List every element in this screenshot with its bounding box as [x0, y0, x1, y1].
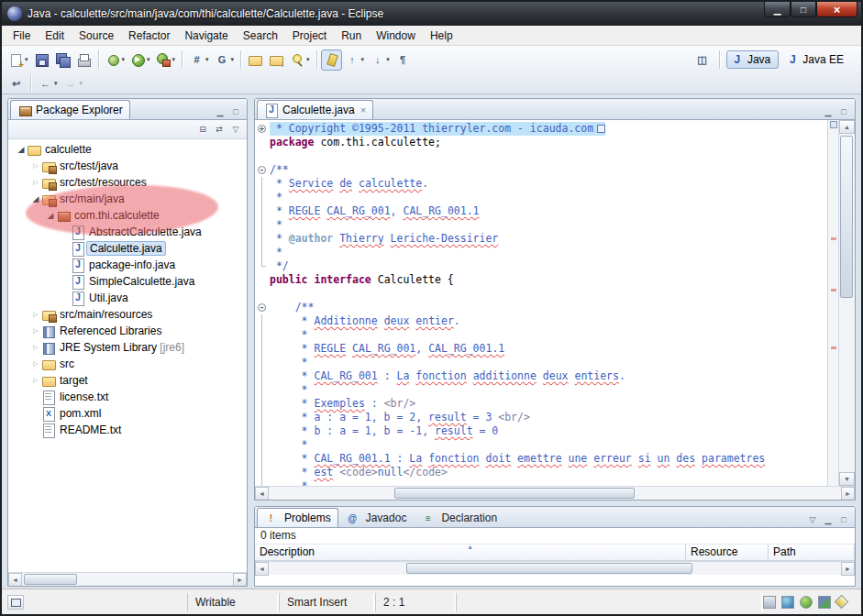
column-header-resource[interactable]: Resource: [686, 544, 769, 561]
tree-item-src-main-java[interactable]: ◢src/main/java: [8, 191, 247, 207]
import-button[interactable]: [266, 50, 287, 71]
twisty-icon[interactable]: ◢: [45, 211, 56, 220]
tab-problems[interactable]: !Problems: [257, 508, 338, 527]
title-bar[interactable]: Java - calculette/src/main/java/com/thi/…: [2, 2, 861, 26]
scroll-right-button[interactable]: ►: [841, 487, 855, 500]
twisty-icon[interactable]: ◢: [30, 194, 41, 204]
tree-item-src-main-resources[interactable]: ▷src/main/resources: [8, 306, 247, 323]
panel-maximize-icon[interactable]: □: [228, 104, 243, 119]
tree-item-util-java[interactable]: Util.java: [8, 290, 247, 306]
fold-expand-icon[interactable]: +: [258, 125, 266, 133]
scroll-left-button[interactable]: ◄: [255, 487, 269, 500]
tree-item-calculette-java[interactable]: Calculette.java: [8, 240, 247, 257]
editor-hscrollbar[interactable]: ◄ ►: [255, 486, 855, 500]
scroll-right-button[interactable]: ►: [841, 562, 855, 576]
next-annotation-button[interactable]: ↓▾: [367, 50, 393, 71]
tree-item-pom-xml[interactable]: pom.xml: [8, 405, 247, 422]
heap-status-icon[interactable]: [800, 596, 813, 609]
menu-search[interactable]: Search: [236, 28, 285, 44]
editor-vscrollbar[interactable]: ▲ ▼: [838, 120, 855, 486]
fast-view-icon[interactable]: [7, 595, 24, 610]
scroll-left-button[interactable]: ◄: [8, 573, 22, 587]
tree-item-target[interactable]: ▷target: [8, 372, 247, 389]
scroll-thumb[interactable]: [24, 574, 77, 585]
java-perspective-button[interactable]: JJava: [726, 50, 779, 69]
run-button[interactable]: ▾: [127, 50, 153, 71]
scroll-thumb[interactable]: [394, 488, 635, 499]
tips-icon[interactable]: [835, 595, 849, 610]
column-header-description[interactable]: Description▴: [255, 544, 686, 561]
scroll-track[interactable]: [269, 562, 841, 575]
problems-hscrollbar[interactable]: ◄ ►: [255, 561, 855, 575]
menu-navigate[interactable]: Navigate: [177, 28, 235, 44]
menu-source[interactable]: Source: [72, 28, 121, 44]
scroll-left-button[interactable]: ◄: [255, 562, 269, 576]
menu-file[interactable]: File: [6, 28, 38, 44]
twisty-icon[interactable]: ▷: [30, 377, 41, 384]
window-minimize-button[interactable]: ▁: [764, 2, 791, 17]
toggle-mark-occurrences-button[interactable]: [321, 50, 342, 71]
twisty-icon[interactable]: ▷: [30, 179, 41, 186]
twisty-icon[interactable]: ▷: [30, 344, 41, 351]
fold-collapse-icon[interactable]: -: [258, 166, 266, 174]
editor-tab-calculette[interactable]: Calculette.java ×: [257, 100, 373, 119]
collapse-all-button[interactable]: ⊟: [195, 122, 210, 137]
scroll-right-button[interactable]: ►: [233, 573, 247, 587]
scroll-up-button[interactable]: ▲: [839, 120, 855, 134]
scroll-thumb[interactable]: [406, 563, 692, 574]
window-maximize-button[interactable]: □: [791, 2, 816, 17]
tab-close-icon[interactable]: ×: [360, 104, 366, 116]
tree-item-referenced-libraries[interactable]: ▷Referenced Libraries: [8, 323, 247, 339]
print-button[interactable]: [73, 50, 94, 71]
menu-run[interactable]: Run: [334, 28, 369, 44]
problems-minimize-icon[interactable]: ▁: [821, 512, 835, 527]
tree-item-readme-txt[interactable]: README.txt: [8, 422, 247, 438]
tree-item-calculette[interactable]: ◢calculette: [8, 141, 247, 158]
twisty-icon[interactable]: ▷: [30, 360, 41, 368]
tree-item-src[interactable]: ▷src: [8, 356, 247, 372]
tree-item-src-test-resources[interactable]: ▷src/test/resources: [8, 174, 247, 191]
window-close-button[interactable]: ×: [816, 2, 857, 17]
menu-refactor[interactable]: Refactor: [121, 28, 177, 44]
tree-item-license-txt[interactable]: license.txt: [8, 389, 247, 405]
editor-maximize-icon[interactable]: □: [836, 104, 851, 119]
problems-maximize-icon[interactable]: □: [836, 512, 851, 527]
folded-region-indicator[interactable]: [597, 125, 605, 133]
scroll-track[interactable]: [839, 134, 855, 472]
fold-collapse-icon[interactable]: -: [258, 303, 266, 312]
show-whitespace-button[interactable]: ¶: [393, 50, 414, 71]
twisty-icon[interactable]: ▷: [30, 327, 41, 335]
save-all-button[interactable]: [52, 50, 73, 71]
scroll-down-button[interactable]: ▼: [839, 472, 855, 486]
tab-javadoc[interactable]: @Javadoc: [338, 508, 415, 527]
open-perspective-button[interactable]: ◫: [692, 50, 713, 71]
tree-item-abstractcalculette-java[interactable]: AbstractCalculette.java: [8, 224, 247, 240]
forward-button[interactable]: →▾: [61, 73, 86, 94]
back-button[interactable]: ←▾: [35, 73, 61, 94]
menu-edit[interactable]: Edit: [38, 28, 72, 44]
package-explorer-hscrollbar[interactable]: ◄ ►: [8, 572, 247, 586]
package-explorer-tree[interactable]: ◢calculette▷src/test/java▷src/test/resou…: [8, 139, 247, 572]
twisty-icon[interactable]: ▷: [30, 311, 41, 318]
javaee-perspective-button[interactable]: JJava EE: [781, 50, 852, 69]
view-menu-button[interactable]: ▽: [228, 122, 243, 137]
tree-item-com-thi-calculette[interactable]: ◢com.thi.calculette: [8, 207, 247, 224]
tab-declaration[interactable]: ≡Declaration: [414, 508, 504, 527]
menu-project[interactable]: Project: [285, 28, 334, 44]
column-header-path[interactable]: Path: [769, 544, 855, 561]
menu-window[interactable]: Window: [369, 28, 423, 44]
editor-presentation-icon[interactable]: [763, 596, 776, 609]
tree-item-src-test-java[interactable]: ▷src/test/java: [8, 158, 247, 174]
run-history-button[interactable]: ▾: [153, 50, 179, 71]
new-button[interactable]: ▾: [6, 50, 31, 71]
synchronize-icon[interactable]: [818, 596, 831, 609]
new-class-button[interactable]: G▾: [212, 50, 238, 71]
editor-code[interactable]: + * Copyright ©1995-2011 thierryler.com …: [255, 120, 827, 486]
console-icon[interactable]: [781, 596, 794, 609]
previous-annotation-button[interactable]: ↑▾: [342, 50, 368, 71]
last-edit-location-button[interactable]: ↩: [6, 73, 27, 94]
tree-item-jre-system-library[interactable]: ▷JRE System Library [jre6]: [8, 339, 247, 356]
package-explorer-view-tab[interactable]: Package Explorer: [10, 100, 130, 119]
debug-button[interactable]: ▾: [103, 50, 128, 71]
editor-minimize-icon[interactable]: ▁: [821, 104, 835, 119]
